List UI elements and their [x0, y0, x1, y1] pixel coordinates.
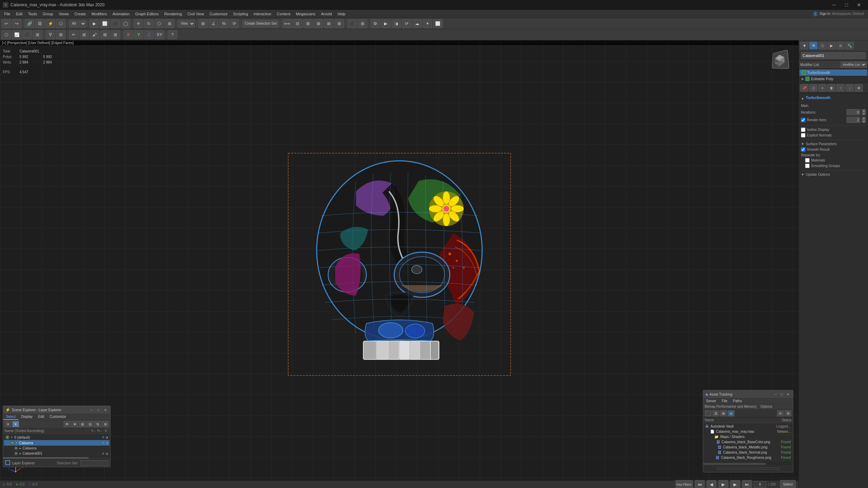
select-object-button[interactable]: ▶ — [89, 19, 99, 28]
se-row-calavera-group[interactable]: 👁 ▼ Calavera ❄ ◑ — [4, 440, 109, 446]
se-row-calavera-mesh[interactable]: 👁 ▶ Calavera — [4, 446, 109, 451]
menu-modifiers[interactable]: Modifiers — [89, 11, 110, 17]
at-close-btn[interactable]: ✕ — [785, 391, 791, 397]
at-tb-btn-3[interactable]: ⊞ — [720, 410, 727, 416]
minimize-button[interactable]: ─ — [828, 0, 840, 10]
align-button[interactable]: ⊟ — [293, 19, 302, 28]
nav-create-button[interactable]: ✚ — [800, 42, 809, 49]
mod-pin-button[interactable]: 📌 — [800, 84, 809, 92]
render-iters-label[interactable]: Render Iters: — [807, 118, 827, 122]
relax-button[interactable]: ⊞ — [100, 30, 110, 39]
menu-views[interactable]: Views — [56, 11, 72, 17]
paint-deform-button[interactable]: ✏ — [69, 30, 79, 39]
menu-group[interactable]: Group — [40, 11, 56, 17]
se-expand-calavera[interactable]: ▼ — [15, 441, 18, 445]
asset-tracking-titlebar[interactable]: ◈ Asset Tracking ─ □ ✕ — [703, 390, 793, 398]
lasso-select-button[interactable]: ◯ — [121, 19, 130, 28]
viewcube-box[interactable]: TOP FRONT RIGHT — [772, 50, 789, 69]
percent-snap-button[interactable]: % — [219, 19, 229, 28]
hierarchy-button[interactable]: ⬡ — [56, 19, 66, 28]
curve-editor-button[interactable]: 📈 — [12, 30, 22, 39]
menu-file[interactable]: File — [1, 11, 13, 17]
active-shade-button[interactable]: ◑ — [391, 19, 401, 28]
key-filters-button[interactable]: Key Filters — [675, 480, 693, 488]
render-iters-up[interactable]: ▲ — [862, 117, 866, 120]
menu-create[interactable]: Create — [72, 11, 89, 17]
se-tb-sort[interactable]: ⇅ — [94, 421, 101, 427]
sign-in-label[interactable]: Sign In — [820, 12, 830, 16]
se-tb-settings[interactable]: ⚙ — [102, 421, 109, 427]
at-row-basecolor[interactable]: 🖼 Calavera_black_BaseColor.png Found — [704, 439, 792, 445]
render-to-texture-button[interactable]: ⬜ — [433, 19, 443, 28]
render-frame-button[interactable]: ▶ — [381, 19, 391, 28]
scene-explorer-max-btn[interactable]: □ — [96, 407, 101, 413]
materials-checkbox[interactable] — [805, 158, 810, 163]
maximize-button[interactable]: □ — [840, 0, 853, 10]
iterations-spinner[interactable]: ▲ ▼ — [862, 109, 866, 115]
at-tb-btn-1[interactable]: ⬛ — [705, 410, 712, 416]
se-tb-parent[interactable]: ⊟ — [87, 421, 94, 427]
at-footer-scroll[interactable] — [717, 467, 779, 470]
se-eye-default[interactable]: 👁 — [5, 435, 9, 439]
link-button[interactable]: 🔗 — [25, 19, 34, 28]
object-name-input[interactable] — [801, 52, 866, 59]
reference-coord-button[interactable]: ⊞ — [165, 19, 175, 28]
viewcube[interactable]: TOP FRONT RIGHT — [771, 51, 792, 72]
se-eye-calavera[interactable]: 👁 — [10, 441, 14, 445]
at-menu-paths[interactable]: Paths — [730, 398, 745, 404]
modifier-light-poly[interactable] — [805, 77, 810, 81]
nav-display-button[interactable]: ⊙ — [836, 42, 845, 49]
frame-number-input[interactable] — [754, 481, 766, 488]
unlink-button[interactable]: ⛓ — [35, 19, 45, 28]
nav-motion-button[interactable]: ▶ — [827, 42, 836, 49]
iterations-down[interactable]: ▼ — [862, 112, 866, 115]
menu-scripting[interactable]: Scripting — [230, 11, 251, 17]
prev-frame-button[interactable]: ⏮ — [695, 480, 705, 488]
redo-button[interactable]: ↪ — [12, 19, 22, 28]
select-button[interactable]: Select — [780, 480, 796, 488]
at-tb-settings[interactable]: ⚙ — [785, 410, 792, 416]
spinner-snap-button[interactable]: ⟳ — [229, 19, 239, 28]
layer-manager-button[interactable]: ⬛ — [347, 19, 357, 28]
sculpt-button[interactable]: ⊞ — [79, 30, 89, 39]
surface-params-arrow[interactable]: ▼ — [801, 142, 804, 146]
at-min-btn[interactable]: ─ — [773, 391, 778, 397]
window-crossing-button[interactable]: ⬛ — [110, 19, 120, 28]
at-row-vault[interactable]: 🏛 Autodesk Vault Logged... — [704, 424, 792, 429]
scene-explorer-button[interactable]: ⊞ — [358, 19, 367, 28]
isoline-checkbox[interactable] — [801, 127, 805, 132]
smoothing-groups-checkbox[interactable] — [805, 164, 810, 168]
view-dropdown[interactable]: View — [178, 20, 195, 27]
turbosmooth-collapse-arrow[interactable]: ▼ — [801, 97, 804, 101]
modifier-light-turbosmooth[interactable] — [802, 71, 806, 75]
angle-snap-button[interactable]: ∠ — [209, 19, 218, 28]
mod-move-down-button[interactable]: ↓ — [845, 84, 854, 92]
smoothing-groups-label[interactable]: Smoothing Groups — [811, 164, 840, 168]
align-camera-button[interactable]: ⊞ — [324, 19, 334, 28]
nav-utilities-button[interactable]: 🔧 — [845, 42, 854, 49]
nav-hierarchy-button[interactable]: ⬡ — [818, 42, 827, 49]
selection-set-input[interactable] — [80, 460, 108, 466]
next-key-button[interactable]: ▶ — [730, 480, 740, 488]
se-menu-display[interactable]: Display — [18, 414, 35, 420]
at-row-maxfile[interactable]: 📄 Calavera_max_vray.max Networ... — [704, 429, 792, 434]
at-max-btn[interactable]: □ — [779, 391, 785, 397]
modifier-dropdown[interactable]: Modifier List — [841, 61, 867, 68]
menu-interactive[interactable]: Interactive — [251, 11, 274, 17]
modifier-turbosmooth[interactable]: TurboSmooth — [800, 69, 867, 76]
axis-constraints-xy[interactable]: XY — [155, 30, 164, 39]
se-menu-select[interactable]: Select — [3, 414, 18, 420]
render-iters-spinner[interactable]: ▲ ▼ — [862, 117, 866, 123]
align-to-view-button[interactable]: ⊞ — [334, 19, 344, 28]
se-row-default[interactable]: 👁 ▼ 0 (default) ❄ ◑ — [4, 435, 109, 440]
menu-edit[interactable]: Edit — [13, 11, 25, 17]
at-tb-btn-2[interactable]: ☰ — [712, 410, 719, 416]
isoline-label[interactable]: Isoline Display — [807, 128, 829, 132]
normal-align-button[interactable]: ⊞ — [303, 19, 313, 28]
menu-arnold[interactable]: Arnold — [318, 11, 335, 17]
at-menu-server[interactable]: Server — [703, 398, 719, 404]
select-region-button[interactable]: ⬜ — [100, 19, 109, 28]
se-tb-child[interactable]: ⊞ — [79, 421, 86, 427]
axis-constraints-x[interactable]: X — [123, 30, 133, 39]
environment-button[interactable]: ☁ — [412, 19, 422, 28]
